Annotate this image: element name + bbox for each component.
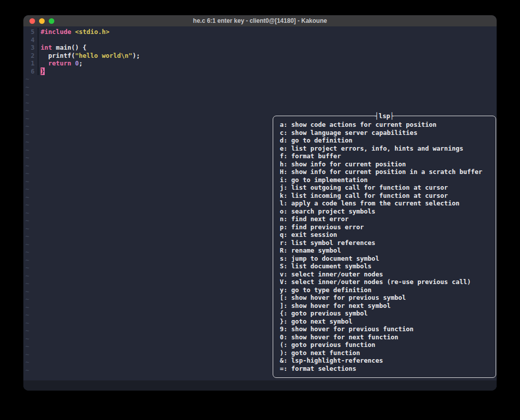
- status-bar: he.c 6:1enter key- client0@[14180]: [23, 380, 497, 391]
- minimize-button[interactable]: [39, 18, 45, 24]
- line-number: 2: [23, 52, 39, 60]
- editor-buffer[interactable]: 5#include <stdio.h>43int main() {2 print…: [23, 26, 497, 380]
- lsp-popup-item: {: goto previous symbol: [280, 309, 490, 318]
- code-text: int main() {: [39, 44, 86, 52]
- line-number: 4: [23, 36, 39, 44]
- code-segment: printf(: [41, 52, 75, 59]
- window-title: he.c 6:1 enter key - client0@[14180] - K…: [193, 17, 327, 24]
- traffic-light-buttons: [29, 15, 54, 26]
- code-text: [39, 36, 41, 44]
- lsp-popup-item: H: show info for current position in a s…: [280, 168, 490, 176]
- code-line: 5#include <stdio.h>: [23, 28, 497, 36]
- lsp-popup-item: R: rename symbol: [280, 247, 490, 255]
- code-line: 3int main() {: [23, 44, 497, 52]
- kakoune-terminal-window: he.c 6:1 enter key - client0@[14180] - K…: [23, 15, 497, 391]
- code-segment: #include: [41, 28, 71, 36]
- code-line: 6}: [23, 67, 497, 76]
- code-segment: <stdio.h>: [75, 28, 110, 36]
- lsp-popup-item: c: show language server capabilities: [280, 129, 490, 137]
- lsp-popup-item: [: show hover for previous symbol: [280, 294, 490, 302]
- popup-title-text: lsp: [379, 112, 391, 120]
- lsp-popup-item: h: show info for current position: [280, 160, 490, 168]
- code-text: }: [39, 67, 45, 76]
- empty-buffer-tildes: ~ ~ ~ ~ ~ ~ ~ ~ ~ ~ ~ ~ ~ ~ ~ ~ ~ ~ ~ ~ …: [25, 75, 29, 374]
- line-number: 5: [23, 28, 39, 36]
- code-text: printf("hello world\n");: [39, 52, 140, 60]
- lsp-popup-item: (: goto previous function: [280, 341, 490, 349]
- lsp-popup-item: v: select inner/outer nodes: [280, 270, 490, 278]
- lsp-popup-item: j: list outgoing call for function at cu…: [280, 184, 490, 192]
- lsp-popup-item: }: goto next symbol: [280, 318, 490, 326]
- lsp-popup-item: y: go to type definition: [280, 286, 490, 294]
- lsp-popup-item: q: exit session: [280, 231, 490, 239]
- lsp-menu-popup: ┤lsp├ a: show code actions for current p…: [273, 116, 496, 378]
- lsp-popup-item: 0: show hover for next function: [280, 333, 490, 341]
- lsp-popup-item: r: list symbol references: [280, 239, 490, 247]
- line-number: 6: [23, 67, 39, 76]
- lsp-popup-item: =: format selections: [280, 365, 490, 373]
- lsp-popup-item: &: lsp-highlight-references: [280, 357, 490, 365]
- lsp-popup-item: e: list project errors, info, hints and …: [280, 145, 490, 153]
- code-segment: "hello world\n": [75, 52, 133, 59]
- line-number: 3: [23, 44, 39, 52]
- lsp-popup-item: i: go to implementation: [280, 176, 490, 184]
- code-lines: 5#include <stdio.h>43int main() {2 print…: [23, 26, 497, 75]
- lsp-popup-item: f: format buffer: [280, 152, 490, 160]
- lsp-popup-item: p: find previous error: [280, 223, 490, 231]
- lsp-popup-item: o: search project symbols: [280, 207, 490, 216]
- lsp-popup-item: a: show code actions for current positio…: [280, 121, 490, 129]
- popup-title-tee-left: ┤: [375, 112, 379, 120]
- text-cursor: }: [41, 67, 45, 75]
- lsp-popup-items: a: show code actions for current positio…: [280, 121, 490, 372]
- code-segment: [71, 28, 75, 36]
- titlebar[interactable]: he.c 6:1 enter key - client0@[14180] - K…: [23, 15, 497, 26]
- code-line: 2 printf("hello world\n");: [23, 52, 497, 60]
- code-segment: [71, 59, 75, 67]
- lsp-popup-item: V: select inner/outer nodes (re-use prev…: [280, 278, 490, 286]
- code-line: 1 return 0;: [23, 59, 497, 67]
- code-segment: return: [48, 59, 71, 67]
- code-segment: main() {: [52, 44, 87, 51]
- lsp-popup-item: S: list document symbols: [280, 262, 490, 270]
- lsp-popup-item: 9: show hover for previous function: [280, 325, 490, 333]
- lsp-popup-item: k: list incoming call for function at cu…: [280, 192, 490, 200]
- lsp-popup-item: ]: show hover for next symbol: [280, 302, 490, 310]
- desktop-background: he.c 6:1 enter key - client0@[14180] - K…: [0, 0, 520, 420]
- lsp-popup-item: ): goto next function: [280, 349, 490, 357]
- line-number: 1: [23, 59, 39, 67]
- zoom-button[interactable]: [49, 18, 54, 24]
- lsp-popup-title: ┤lsp├: [375, 112, 394, 120]
- code-segment: int: [41, 44, 52, 51]
- lsp-popup-item: d: go to definition: [280, 136, 490, 145]
- close-button[interactable]: [29, 18, 35, 24]
- lsp-popup-item: n: find next error: [280, 215, 490, 223]
- lsp-popup-item: s: jump to document symbol: [280, 255, 490, 263]
- code-segment: [41, 59, 48, 67]
- code-line: 4: [23, 36, 497, 44]
- code-text: #include <stdio.h>: [39, 28, 109, 36]
- lsp-popup-item: l: apply a code lens from the current se…: [280, 199, 490, 207]
- code-segment: );: [133, 52, 140, 59]
- code-segment: ;: [79, 59, 83, 67]
- code-text: return 0;: [39, 59, 83, 67]
- popup-title-tee-right: ├: [390, 112, 394, 120]
